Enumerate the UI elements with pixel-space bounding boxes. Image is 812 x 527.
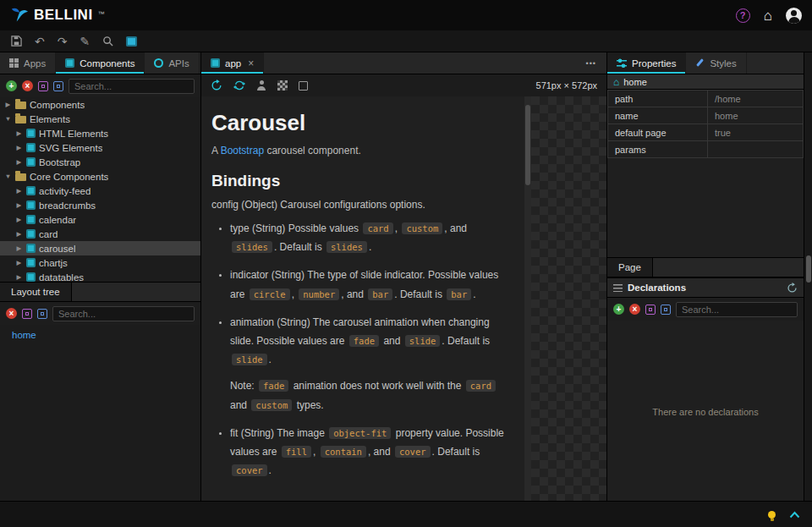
chevron-right-icon[interactable]: ▶ (15, 244, 23, 252)
tab-apis[interactable]: APIs (145, 52, 199, 74)
declarations-search-input[interactable] (676, 302, 798, 317)
doc-title: Carousel (211, 110, 513, 136)
tree-item-label: Core Components (30, 172, 108, 182)
property-value[interactable]: true (708, 124, 804, 141)
chevron-right-icon[interactable]: ▶ (15, 187, 23, 195)
close-tab-icon[interactable]: × (248, 58, 254, 69)
property-value[interactable] (708, 141, 804, 158)
expand-tree-button[interactable] (37, 309, 47, 319)
tree-item-label: Components (30, 100, 85, 110)
tree-item-datatables[interactable]: ▶datatables (0, 270, 200, 282)
chevron-up-icon[interactable] (789, 511, 800, 519)
pen-button[interactable]: ✎ (80, 36, 90, 47)
doc-text: , (313, 446, 319, 458)
expand-all-button[interactable] (53, 81, 63, 91)
chevron-right-icon[interactable]: ▶ (4, 101, 12, 108)
chevron-down-icon[interactable]: ▼ (4, 115, 12, 123)
tab-properties-label: Properties (632, 58, 676, 69)
components-search-input[interactable] (69, 79, 195, 94)
tab-styles[interactable]: Styles (686, 52, 746, 74)
code-chip: slide (405, 335, 441, 347)
layout-tree-toolbar: × (0, 302, 200, 325)
folder-icon (15, 173, 26, 181)
tree-item-svg-elements[interactable]: ▶SVG Elements (0, 140, 200, 155)
code-chip: cover (395, 446, 431, 458)
home-button[interactable]: ⌂ (764, 8, 772, 23)
delete-component-button[interactable]: × (22, 80, 33, 91)
design-canvas[interactable]: Carousel A Bootstrap carousel component.… (201, 96, 606, 501)
tab-apps[interactable]: Apps (0, 52, 56, 74)
doc-bullet-list: type (String) Possible values card, cust… (230, 219, 513, 480)
declarations-refresh-button[interactable] (787, 283, 798, 294)
chevron-right-icon[interactable]: ▶ (15, 230, 23, 238)
transparency-toggle-button[interactable] (277, 80, 288, 91)
doc-subtitle: A Bootstrap carousel component. (211, 145, 513, 156)
property-value[interactable]: /home (708, 91, 804, 107)
tree-item-core-components[interactable]: ▼Core Components (0, 169, 200, 184)
window-scrollbar[interactable] (804, 52, 812, 501)
tree-item-card[interactable]: ▶card (0, 227, 200, 241)
user-mode-button[interactable] (256, 80, 266, 91)
tree-item-calendar[interactable]: ▶calendar (0, 212, 200, 227)
tree-item-html-elements[interactable]: ▶HTML Elements (0, 126, 200, 140)
tree-item-elements[interactable]: ▼Elements (0, 112, 200, 126)
undo-button[interactable]: ↶ (35, 36, 45, 47)
tree-item-chartjs[interactable]: ▶chartjs (0, 255, 200, 270)
tab-page[interactable]: Page (607, 258, 653, 277)
zoom-button[interactable] (102, 36, 113, 47)
chevron-right-icon[interactable]: ▶ (15, 158, 23, 166)
tree-item-breadcrumbs[interactable]: ▶breadcrumbs (0, 198, 200, 212)
tab-properties[interactable]: Properties (607, 52, 686, 74)
code-chip: cover (232, 464, 267, 476)
property-value[interactable]: home (708, 107, 804, 124)
layout-tree-item-home[interactable]: home (0, 327, 200, 342)
chevron-right-icon[interactable]: ▶ (15, 273, 23, 281)
editor-menu-button[interactable]: ••• (576, 59, 606, 68)
lightbulb-icon[interactable] (768, 511, 776, 519)
doc-text: fit (String) The image (230, 427, 327, 439)
tree-item-carousel[interactable]: ▶carousel (0, 241, 200, 255)
help-button[interactable]: ? (736, 8, 750, 23)
preview-button[interactable] (126, 36, 137, 47)
redo-button[interactable]: ↷ (58, 36, 68, 47)
collapse-declarations-button[interactable] (645, 305, 656, 315)
delete-node-button[interactable]: × (6, 308, 17, 319)
fullscreen-button[interactable] (299, 81, 308, 91)
chevron-down-icon[interactable]: ▼ (4, 173, 12, 180)
collapse-all-button[interactable] (38, 81, 48, 91)
doc-text: and (381, 335, 403, 347)
chevron-right-icon[interactable]: ▶ (15, 216, 23, 223)
sync-button[interactable] (233, 80, 245, 91)
account-button[interactable] (786, 8, 802, 24)
tree-item-label: activity-feed (39, 186, 91, 196)
tree-item-components[interactable]: ▶Components (0, 97, 200, 112)
add-declaration-button[interactable]: + (613, 304, 624, 315)
collapse-tree-button[interactable] (22, 309, 32, 319)
delete-declaration-button[interactable]: × (629, 304, 640, 315)
doc-text: . Default is (394, 288, 445, 300)
expand-declarations-button[interactable] (661, 305, 671, 315)
layout-tree-search-input[interactable] (52, 306, 195, 321)
tab-components[interactable]: Components (56, 52, 145, 74)
doc-scrollbar[interactable] (524, 96, 531, 501)
doc-text: Note: (230, 380, 257, 392)
selected-component-row[interactable]: ⌂ home (607, 74, 804, 90)
doc-link[interactable]: Bootstrap (221, 145, 264, 156)
add-component-button[interactable]: + (6, 80, 17, 91)
save-button[interactable] (11, 36, 22, 47)
doc-scrollbar-thumb[interactable] (525, 105, 530, 185)
refresh-button[interactable] (211, 80, 222, 91)
window-scrollbar-thumb[interactable] (806, 255, 811, 283)
chevron-right-icon[interactable]: ▶ (15, 144, 23, 151)
code-chip: object-fit (329, 427, 391, 439)
chevron-right-icon[interactable]: ▶ (15, 201, 23, 209)
chevron-right-icon[interactable]: ▶ (15, 129, 23, 137)
tab-layout-tree[interactable]: Layout tree (0, 283, 72, 301)
trademark: ™ (98, 10, 105, 18)
tree-item-activity-feed[interactable]: ▶activity-feed (0, 184, 200, 198)
code-chip: fade (349, 335, 379, 347)
doc-bullet: type (String) Possible values card, cust… (230, 219, 513, 256)
chevron-right-icon[interactable]: ▶ (15, 259, 23, 266)
tab-app[interactable]: app × (201, 52, 264, 74)
tree-item-bootstrap[interactable]: ▶Bootstrap (0, 155, 200, 169)
